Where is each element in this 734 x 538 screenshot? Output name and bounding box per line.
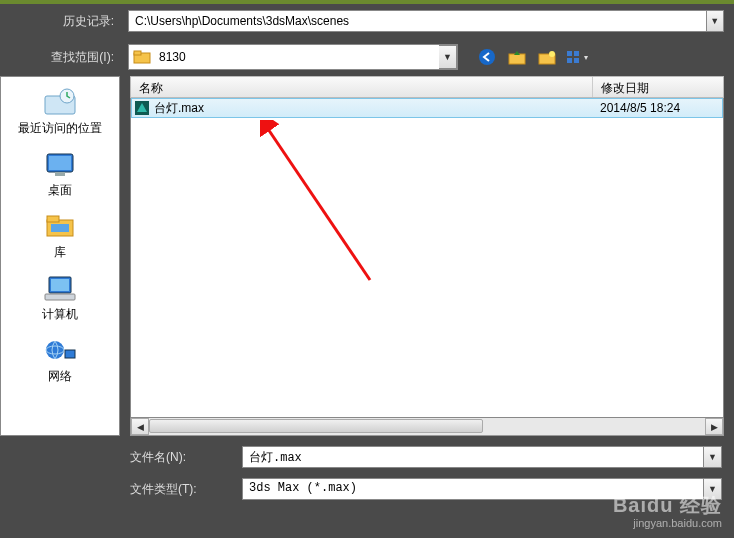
back-icon[interactable] xyxy=(476,46,498,68)
filename-row: 文件名(N): 台灯.max ▼ xyxy=(130,446,724,468)
filename-value[interactable]: 台灯.max xyxy=(242,446,704,468)
scroll-track[interactable] xyxy=(149,418,705,435)
filetype-row: 文件类型(T): 3ds Max (*.max) ▼ xyxy=(130,478,724,500)
svg-rect-3 xyxy=(509,54,525,64)
recent-places-icon xyxy=(42,87,78,117)
file-panel: 名称 修改日期 台灯.max 2014/8/5 18:24 ◀ ▶ xyxy=(130,76,724,436)
place-label: 库 xyxy=(54,244,66,261)
column-header-name[interactable]: 名称 xyxy=(131,77,593,97)
svg-rect-17 xyxy=(51,224,69,232)
svg-point-5 xyxy=(549,51,555,57)
svg-rect-7 xyxy=(574,51,579,56)
history-input[interactable] xyxy=(128,10,707,32)
svg-rect-19 xyxy=(51,279,69,291)
place-label: 桌面 xyxy=(48,182,72,199)
lookin-combo[interactable]: 8130 ▼ xyxy=(128,44,458,70)
svg-rect-9 xyxy=(574,58,579,63)
place-label: 最近访问的位置 xyxy=(18,120,102,137)
file-list[interactable]: 台灯.max 2014/8/5 18:24 xyxy=(130,98,724,418)
bottom-section: 文件名(N): 台灯.max ▼ 文件类型(T): 3ds Max (*.max… xyxy=(0,436,734,500)
history-combo[interactable]: ▼ xyxy=(128,10,724,32)
svg-rect-14 xyxy=(55,172,65,176)
svg-rect-6 xyxy=(567,51,572,56)
history-label: 历史记录: xyxy=(10,13,120,30)
lookin-dropdown-button[interactable]: ▼ xyxy=(439,45,457,69)
svg-rect-13 xyxy=(49,156,71,170)
history-row: 历史记录: ▼ xyxy=(0,4,734,38)
scroll-right-icon[interactable]: ▶ xyxy=(705,418,723,435)
filetype-value[interactable]: 3ds Max (*.max) xyxy=(242,478,704,500)
svg-point-21 xyxy=(46,341,64,359)
place-label: 网络 xyxy=(48,368,72,385)
file-name: 台灯.max xyxy=(152,100,592,117)
svg-rect-20 xyxy=(45,294,75,300)
lookin-row: 查找范围(I): 8130 ▼ ▾ xyxy=(0,38,734,76)
svg-rect-23 xyxy=(65,350,75,358)
new-folder-icon[interactable] xyxy=(536,46,558,68)
svg-rect-1 xyxy=(134,51,141,55)
network-icon xyxy=(42,335,78,365)
svg-point-2 xyxy=(479,49,495,65)
file-row[interactable]: 台灯.max 2014/8/5 18:24 xyxy=(131,98,723,118)
file-list-header: 名称 修改日期 xyxy=(130,76,724,98)
scroll-thumb[interactable] xyxy=(149,419,483,433)
filename-label: 文件名(N): xyxy=(130,449,230,466)
filetype-label: 文件类型(T): xyxy=(130,481,230,498)
filename-combo[interactable]: 台灯.max ▼ xyxy=(242,446,722,468)
lookin-label: 查找范围(I): xyxy=(10,49,120,66)
file-date: 2014/8/5 18:24 xyxy=(592,101,722,115)
libraries-icon xyxy=(42,211,78,241)
filetype-dropdown-button[interactable]: ▼ xyxy=(704,478,722,500)
svg-rect-16 xyxy=(47,216,59,222)
history-dropdown-button[interactable]: ▼ xyxy=(707,10,724,32)
place-desktop[interactable]: 桌面 xyxy=(1,143,119,205)
lookin-value: 8130 xyxy=(155,45,439,69)
max-file-icon xyxy=(132,100,152,116)
folder-icon xyxy=(129,45,155,69)
view-mode-icon[interactable]: ▾ xyxy=(566,46,588,68)
column-header-date[interactable]: 修改日期 xyxy=(593,77,723,97)
place-libraries[interactable]: 库 xyxy=(1,205,119,267)
watermark-url: jingyan.baidu.com xyxy=(613,517,722,530)
horizontal-scrollbar[interactable]: ◀ ▶ xyxy=(130,418,724,436)
filename-dropdown-button[interactable]: ▼ xyxy=(704,446,722,468)
desktop-icon xyxy=(42,149,78,179)
place-network[interactable]: 网络 xyxy=(1,329,119,391)
place-label: 计算机 xyxy=(42,306,78,323)
toolbar: ▾ xyxy=(476,46,588,68)
main-area: 最近访问的位置 桌面 库 计算机 网络 名 xyxy=(0,76,734,436)
svg-rect-8 xyxy=(567,58,572,63)
computer-icon xyxy=(42,273,78,303)
place-recent[interactable]: 最近访问的位置 xyxy=(1,81,119,143)
places-bar: 最近访问的位置 桌面 库 计算机 网络 xyxy=(0,76,120,436)
filetype-combo[interactable]: 3ds Max (*.max) ▼ xyxy=(242,478,722,500)
scroll-left-icon[interactable]: ◀ xyxy=(131,418,149,435)
up-one-level-icon[interactable] xyxy=(506,46,528,68)
place-computer[interactable]: 计算机 xyxy=(1,267,119,329)
